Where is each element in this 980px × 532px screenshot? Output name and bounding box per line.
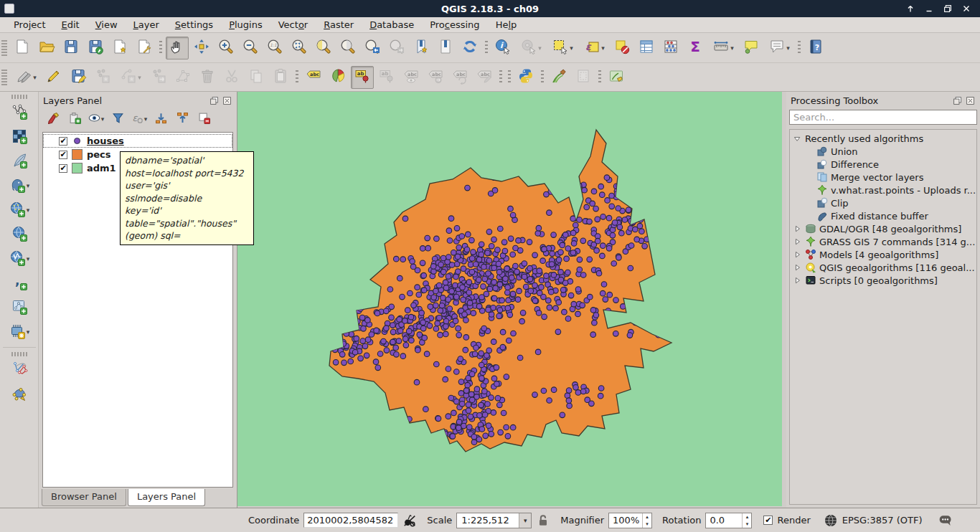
toolbar-grip[interactable]: [1, 40, 7, 56]
zoom-to-layer-button[interactable]: [336, 37, 359, 60]
menu-help[interactable]: Help: [488, 18, 525, 32]
check-geometries-button[interactable]: [8, 358, 31, 381]
menu-plugins[interactable]: Plugins: [221, 18, 270, 32]
save-layer-edits-button[interactable]: [67, 66, 90, 89]
dropdown-arrow-icon[interactable]: ▾: [33, 74, 37, 81]
select-features-button[interactable]: ▾: [547, 37, 578, 60]
dropdown-arrow-icon[interactable]: ▾: [27, 182, 30, 189]
zoom-full-button[interactable]: [288, 37, 311, 60]
toolbar-grip[interactable]: [11, 352, 27, 356]
spin-up-icon[interactable]: ▴: [743, 513, 751, 521]
layer-name[interactable]: adm1: [87, 163, 116, 174]
collapse-all-button[interactable]: [173, 110, 192, 128]
menu-vector[interactable]: Vector: [270, 18, 316, 32]
dropdown-arrow-icon[interactable]: ▾: [538, 44, 542, 52]
dropdown-arrow-icon[interactable]: ▾: [138, 74, 141, 81]
crs-globe-icon[interactable]: [824, 513, 838, 528]
grass-tools-button[interactable]: [547, 66, 570, 89]
toolbar-grip[interactable]: [11, 95, 27, 99]
collapse-icon[interactable]: [793, 134, 802, 143]
close-button[interactable]: [958, 2, 974, 15]
algorithm-item[interactable]: Difference: [790, 158, 976, 171]
menu-processing[interactable]: Processing: [422, 18, 487, 32]
float-panel-button[interactable]: [209, 95, 220, 106]
remove-layer-button[interactable]: [194, 110, 213, 128]
add-wcs-layer-button[interactable]: [8, 223, 31, 246]
algorithm-item[interactable]: Union: [790, 145, 976, 158]
add-group-button[interactable]: [65, 110, 84, 128]
expand-icon[interactable]: [793, 250, 802, 260]
dropdown-arrow-icon[interactable]: ▾: [27, 255, 30, 262]
messages-icon[interactable]: [938, 513, 953, 528]
cad-tools-button[interactable]: [8, 383, 31, 406]
measure-line-button[interactable]: ▾: [708, 37, 738, 60]
expand-icon[interactable]: [793, 263, 802, 272]
dropdown-arrow-icon[interactable]: ▾: [27, 206, 30, 214]
new-project-button[interactable]: [11, 37, 34, 60]
dropdown-arrow-icon[interactable]: ▾: [786, 44, 790, 52]
menu-view[interactable]: View: [88, 18, 126, 32]
algorithm-item[interactable]: Recently used algorithms: [790, 132, 976, 145]
save-project-as-button[interactable]: [84, 37, 107, 60]
chevron-down-icon[interactable]: ▾: [519, 513, 531, 528]
layer-labeling-button[interactable]: abc: [302, 66, 325, 89]
add-delimited-text-layer-button[interactable]: ,: [8, 272, 31, 295]
algorithm-item[interactable]: QGIS geoalgorithms [116 geoal...: [790, 261, 976, 274]
layer-visibility-checkbox[interactable]: ✔: [59, 164, 67, 173]
close-panel-button[interactable]: [965, 95, 976, 106]
add-wms-layer-button[interactable]: ▾: [4, 199, 34, 222]
algorithm-item[interactable]: Fixed distance buffer: [790, 209, 976, 222]
refresh-map-button[interactable]: [458, 37, 481, 60]
algorithm-search-input[interactable]: [789, 110, 977, 125]
algorithm-item[interactable]: GRASS GIS 7 commands [314 g...: [790, 235, 976, 248]
current-edits-button[interactable]: ▾: [11, 66, 41, 89]
menu-edit[interactable]: Edit: [54, 18, 88, 32]
algorithm-item[interactable]: v.what.rast.points - Uploads r...: [790, 184, 976, 196]
coordinate-input[interactable]: [303, 513, 398, 528]
expand-all-button[interactable]: [151, 110, 170, 128]
toolbar-grip[interactable]: [1, 70, 7, 85]
composer-manager-button[interactable]: [133, 37, 156, 60]
dropdown-arrow-icon[interactable]: ▾: [144, 115, 148, 123]
expand-icon[interactable]: [793, 237, 802, 247]
algorithm-item[interactable]: Clip: [790, 196, 976, 209]
field-calculator-button[interactable]: [659, 37, 682, 60]
close-panel-button[interactable]: [222, 95, 232, 106]
new-bookmark-button[interactable]: [410, 37, 433, 60]
open-attribute-table-button[interactable]: [635, 37, 658, 60]
magnifier-spinbox[interactable]: 100% ▴▾: [608, 513, 652, 528]
expand-icon[interactable]: [793, 276, 802, 285]
pan-to-selection-button[interactable]: [190, 37, 213, 60]
show-bookmarks-button[interactable]: [434, 37, 457, 60]
algorithm-item[interactable]: Scripts [0 geoalgorithms]: [790, 274, 976, 287]
add-raster-layer-button[interactable]: [8, 125, 31, 148]
zoom-native-button[interactable]: 1:1: [263, 37, 286, 60]
zoom-to-selection-button[interactable]: [312, 37, 335, 60]
grass-edit-button[interactable]: [605, 66, 628, 89]
minimize-button[interactable]: [921, 2, 937, 15]
add-vector-layer-button[interactable]: [8, 101, 31, 124]
algorithm-item[interactable]: GDAL/OGR [48 geoalgorithms]: [790, 222, 976, 235]
layer-name[interactable]: houses: [87, 136, 124, 146]
identify-features-button[interactable]: i: [491, 37, 514, 60]
restore-button[interactable]: [940, 2, 956, 15]
layer-name[interactable]: pecs: [87, 149, 111, 160]
menu-settings[interactable]: Settings: [167, 18, 221, 32]
map-canvas[interactable]: [237, 92, 781, 508]
python-console-button[interactable]: [514, 66, 537, 89]
menu-layer[interactable]: Layer: [126, 18, 167, 32]
add-spatialite-layer-button[interactable]: [8, 150, 31, 173]
add-postgis-layer-button[interactable]: ▾: [4, 174, 34, 197]
map-tips-button[interactable]: [740, 37, 763, 60]
toggle-editing-button[interactable]: [42, 66, 65, 89]
rotation-spinbox[interactable]: 0.0 ▴▾: [705, 513, 752, 528]
save-project-button[interactable]: [60, 37, 83, 60]
dropdown-arrow-icon[interactable]: ▾: [27, 328, 30, 336]
dropdown-arrow-icon[interactable]: ▾: [730, 44, 734, 52]
toggle-extents-icon[interactable]: [402, 513, 417, 528]
tab-browser-panel[interactable]: Browser Panel: [42, 489, 126, 506]
new-geopackage-layer-button[interactable]: ▾: [4, 320, 34, 343]
open-project-button[interactable]: [35, 37, 58, 60]
algorithm-item[interactable]: Merge vector layers: [790, 171, 976, 184]
spin-down-icon[interactable]: ▾: [743, 521, 751, 528]
